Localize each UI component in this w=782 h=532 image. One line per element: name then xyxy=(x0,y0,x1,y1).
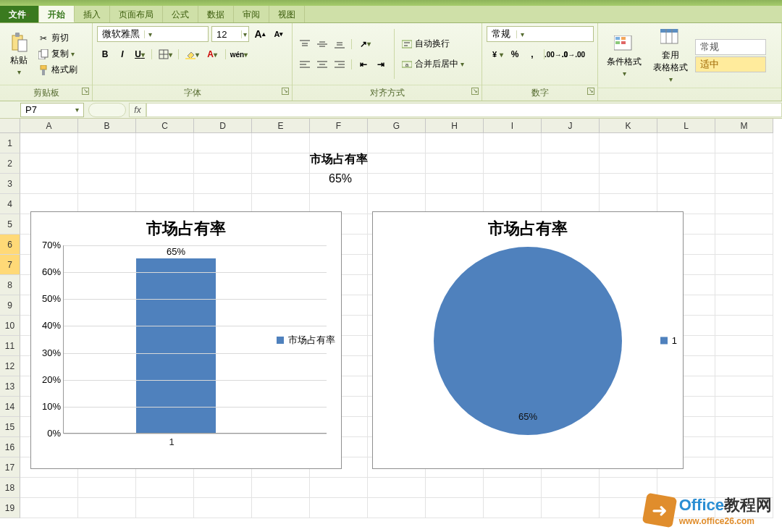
tab-insert[interactable]: 插入 xyxy=(75,6,110,22)
currency-button[interactable]: ¥ xyxy=(487,46,505,62)
cell[interactable] xyxy=(715,295,773,316)
style-yellow[interactable]: 适中 xyxy=(695,56,766,72)
cell[interactable] xyxy=(715,174,773,194)
column-header[interactable]: J xyxy=(542,119,600,133)
cell[interactable] xyxy=(78,153,136,174)
cell[interactable] xyxy=(252,174,310,194)
row-header[interactable]: 15 xyxy=(0,417,20,437)
cell[interactable] xyxy=(310,478,368,498)
fx-icon[interactable]: fx xyxy=(129,103,146,117)
cell[interactable] xyxy=(600,153,657,174)
row-header[interactable]: 2 xyxy=(0,153,20,174)
phonetic-button[interactable]: wén xyxy=(230,46,248,62)
cell[interactable] xyxy=(715,235,773,255)
decrease-indent-button[interactable]: ⇤ xyxy=(356,56,371,72)
row-header[interactable]: 18 xyxy=(0,478,20,498)
tab-view[interactable]: 视图 xyxy=(269,6,305,22)
worksheet[interactable]: ABCDEFGHIJKLM 12345678910111213141516171… xyxy=(0,119,782,532)
cell[interactable] xyxy=(20,498,78,518)
align-bottom-button[interactable] xyxy=(332,36,348,52)
format-painter-button[interactable]: 格式刷 xyxy=(36,62,79,78)
row-header[interactable]: 5 xyxy=(0,214,20,235)
dialog-launcher-icon[interactable]: ↘ xyxy=(82,88,89,95)
tab-file[interactable]: 文件 xyxy=(0,6,39,22)
cell[interactable] xyxy=(715,255,773,275)
number-format-combo[interactable]: 常规▾ xyxy=(487,26,594,42)
cell[interactable] xyxy=(78,174,136,194)
cell[interactable] xyxy=(136,153,194,174)
column-header[interactable]: H xyxy=(426,119,484,133)
row-header[interactable]: 11 xyxy=(0,336,20,356)
column-header[interactable]: E xyxy=(252,119,310,133)
cell[interactable] xyxy=(542,133,600,153)
tab-home[interactable]: 开始 xyxy=(39,6,75,22)
cell[interactable] xyxy=(78,478,136,498)
cell[interactable] xyxy=(252,478,310,498)
cell[interactable] xyxy=(78,498,136,518)
cell[interactable] xyxy=(657,133,715,153)
cell[interactable] xyxy=(194,174,252,194)
cell[interactable] xyxy=(426,478,484,498)
row-header[interactable]: 12 xyxy=(0,356,20,376)
tab-data[interactable]: 数据 xyxy=(198,6,234,22)
cell[interactable] xyxy=(310,133,368,153)
dialog-launcher-icon[interactable]: ↘ xyxy=(587,88,594,95)
cell[interactable] xyxy=(368,478,426,498)
cell[interactable] xyxy=(136,133,194,153)
cell[interactable] xyxy=(484,478,542,498)
cell[interactable] xyxy=(426,153,484,174)
cell[interactable] xyxy=(20,153,78,174)
align-right-button[interactable] xyxy=(332,56,348,72)
underline-button[interactable]: U xyxy=(132,46,148,62)
cell[interactable] xyxy=(426,174,484,194)
column-header[interactable]: K xyxy=(600,119,657,133)
style-normal[interactable]: 常规 xyxy=(695,39,766,55)
cell[interactable] xyxy=(20,133,78,153)
cell[interactable] xyxy=(600,174,657,194)
align-center-button[interactable] xyxy=(314,56,330,72)
conditional-format-button[interactable]: 条件格式 xyxy=(602,33,646,79)
italic-button[interactable]: I xyxy=(114,46,130,62)
row-header[interactable]: 1 xyxy=(0,133,20,153)
row-header[interactable]: 13 xyxy=(0,376,20,397)
cell[interactable] xyxy=(600,133,657,153)
cell[interactable] xyxy=(715,397,773,417)
dialog-launcher-icon[interactable]: ↘ xyxy=(471,88,479,95)
column-header[interactable]: C xyxy=(136,119,194,133)
wrap-text-button[interactable]: 自动换行 xyxy=(400,36,466,52)
font-name-combo[interactable]: 微软雅黑▾ xyxy=(97,26,209,42)
row-header[interactable]: 4 xyxy=(0,194,20,214)
cell[interactable] xyxy=(715,437,773,457)
cell[interactable] xyxy=(252,498,310,518)
border-button[interactable] xyxy=(156,46,175,62)
cell[interactable] xyxy=(194,153,252,174)
increase-font-button[interactable]: A▴ xyxy=(252,26,268,42)
cut-button[interactable]: ✂剪切 xyxy=(36,30,79,46)
dialog-launcher-icon[interactable]: ↘ xyxy=(282,88,289,95)
tab-formula[interactable]: 公式 xyxy=(163,6,198,22)
cell[interactable] xyxy=(542,153,600,174)
cell[interactable] xyxy=(136,498,194,518)
column-header[interactable]: I xyxy=(484,119,542,133)
chart-bar[interactable]: 市场占有率 65% 0%10%20%30%40%50%60%70% 1 市场占有… xyxy=(30,211,342,469)
tab-review[interactable]: 审阅 xyxy=(234,6,269,22)
row-header[interactable]: 7 xyxy=(0,255,20,275)
row-header[interactable]: 19 xyxy=(0,498,20,518)
cell[interactable] xyxy=(78,133,136,153)
cell[interactable] xyxy=(484,174,542,194)
merge-center-button[interactable]: a合并后居中 xyxy=(400,56,466,72)
font-size-combo[interactable]: 12▾ xyxy=(211,26,249,42)
row-header[interactable]: 14 xyxy=(0,397,20,417)
percent-button[interactable]: % xyxy=(507,46,523,62)
cell[interactable] xyxy=(194,133,252,153)
align-top-button[interactable] xyxy=(297,36,313,52)
column-header[interactable]: M xyxy=(715,119,773,133)
formula-input[interactable] xyxy=(146,103,782,117)
cell[interactable] xyxy=(252,153,310,174)
bold-button[interactable]: B xyxy=(97,46,113,62)
cell[interactable] xyxy=(657,174,715,194)
cell[interactable] xyxy=(368,153,426,174)
cell[interactable] xyxy=(368,133,426,153)
cell[interactable] xyxy=(542,174,600,194)
cell[interactable] xyxy=(194,478,252,498)
